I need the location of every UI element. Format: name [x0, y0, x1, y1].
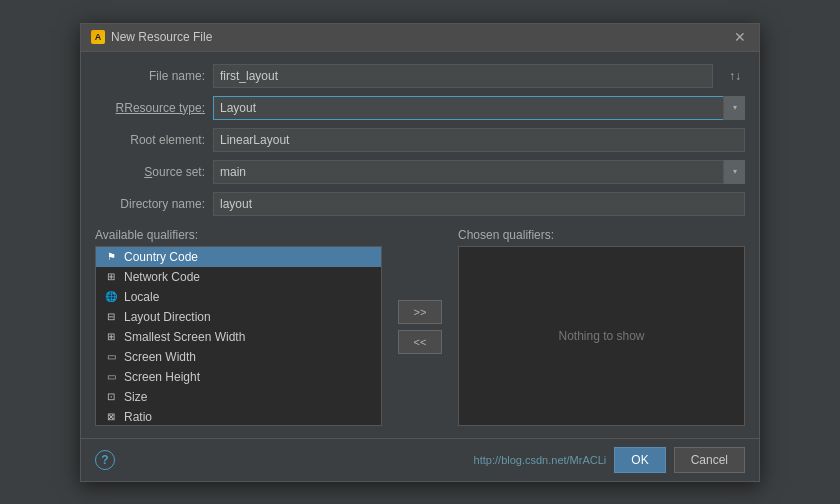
qualifier-arrows: >> <<	[392, 228, 448, 426]
qualifier-item-layout-direction[interactable]: ⊟ Layout Direction	[96, 307, 381, 327]
qualifiers-section: Available qualifiers: ⚑ Country Code ⊞ N…	[95, 228, 745, 426]
qualifier-item-network-code[interactable]: ⊞ Network Code	[96, 267, 381, 287]
qualifier-item-screen-height[interactable]: ▭ Screen Height	[96, 367, 381, 387]
qualifier-item-label: Screen Width	[124, 350, 196, 364]
available-qualifiers-label: Available qualifiers:	[95, 228, 382, 242]
title-bar-left: A New Resource File	[91, 30, 212, 44]
chosen-qualifiers-panel: Chosen qualifiers: Nothing to show	[458, 228, 745, 426]
watermark: http://blog.csdn.net/MrACLi	[474, 454, 607, 466]
qualifier-item-ratio[interactable]: ⊠ Ratio	[96, 407, 381, 426]
qualifier-item-label: Ratio	[124, 410, 152, 424]
dialog-title: New Resource File	[111, 30, 212, 44]
sort-button[interactable]: ↑↓	[725, 67, 745, 85]
remove-qualifier-button[interactable]: <<	[398, 330, 442, 354]
directory-name-label: Directory name:	[95, 197, 205, 211]
qualifier-item-screen-width[interactable]: ▭ Screen Width	[96, 347, 381, 367]
source-set-select[interactable]: main	[213, 160, 745, 184]
available-qualifiers-panel: Available qualifiers: ⚑ Country Code ⊞ N…	[95, 228, 382, 426]
directory-name-row: Directory name:	[95, 192, 745, 216]
title-bar: A New Resource File ✕	[81, 24, 759, 52]
available-qualifiers-list[interactable]: ⚑ Country Code ⊞ Network Code 🌐 Locale ⊟…	[95, 246, 382, 426]
qualifier-item-smallest-screen-width[interactable]: ⊞ Smallest Screen Width	[96, 327, 381, 347]
qualifier-item-label: Layout Direction	[124, 310, 211, 324]
resource-type-select-wrapper: Layout ▾	[213, 96, 745, 120]
qualifier-item-label: Country Code	[124, 250, 198, 264]
qualifier-item-size[interactable]: ⊡ Size	[96, 387, 381, 407]
dialog-footer: ? http://blog.csdn.net/MrACLi OK Cancel	[81, 438, 759, 481]
smallest-screen-width-icon: ⊞	[104, 330, 118, 344]
qualifier-item-label: Screen Height	[124, 370, 200, 384]
ok-button[interactable]: OK	[614, 447, 665, 473]
help-button[interactable]: ?	[95, 450, 115, 470]
qualifier-item-label: Smallest Screen Width	[124, 330, 245, 344]
country-code-icon: ⚑	[104, 250, 118, 264]
locale-icon: 🌐	[104, 290, 118, 304]
resource-type-row: RResource type: Layout ▾	[95, 96, 745, 120]
root-element-input[interactable]	[213, 128, 745, 152]
cancel-button[interactable]: Cancel	[674, 447, 745, 473]
layout-direction-icon: ⊟	[104, 310, 118, 324]
screen-height-icon: ▭	[104, 370, 118, 384]
qualifier-item-country-code[interactable]: ⚑ Country Code	[96, 247, 381, 267]
nothing-to-show: Nothing to show	[458, 246, 745, 426]
file-name-input[interactable]	[213, 64, 713, 88]
resource-type-select[interactable]: Layout	[213, 96, 745, 120]
root-element-label: Root element:	[95, 133, 205, 147]
source-set-label: Source set:	[95, 165, 205, 179]
screen-width-icon: ▭	[104, 350, 118, 364]
size-icon: ⊡	[104, 390, 118, 404]
root-element-row: Root element:	[95, 128, 745, 152]
qualifier-item-locale[interactable]: 🌐 Locale	[96, 287, 381, 307]
dialog-icon: A	[91, 30, 105, 44]
directory-name-input[interactable]	[213, 192, 745, 216]
add-qualifier-button[interactable]: >>	[398, 300, 442, 324]
file-name-row: File name: ↑↓	[95, 64, 745, 88]
ratio-icon: ⊠	[104, 410, 118, 424]
source-set-select-wrapper: main ▾	[213, 160, 745, 184]
resource-type-label: RResource type:	[95, 101, 205, 115]
qualifier-item-label: Size	[124, 390, 147, 404]
dialog-body: File name: ↑↓ RResource type: Layout ▾ R…	[81, 52, 759, 438]
chosen-qualifiers-label: Chosen qualifiers:	[458, 228, 745, 242]
new-resource-file-dialog: A New Resource File ✕ File name: ↑↓ RRes…	[80, 23, 760, 482]
qualifier-item-label: Network Code	[124, 270, 200, 284]
file-name-label: File name:	[95, 69, 205, 83]
qualifier-item-label: Locale	[124, 290, 159, 304]
source-set-row: Source set: main ▾	[95, 160, 745, 184]
footer-right: http://blog.csdn.net/MrACLi OK Cancel	[474, 447, 745, 473]
network-code-icon: ⊞	[104, 270, 118, 284]
close-button[interactable]: ✕	[731, 28, 749, 46]
